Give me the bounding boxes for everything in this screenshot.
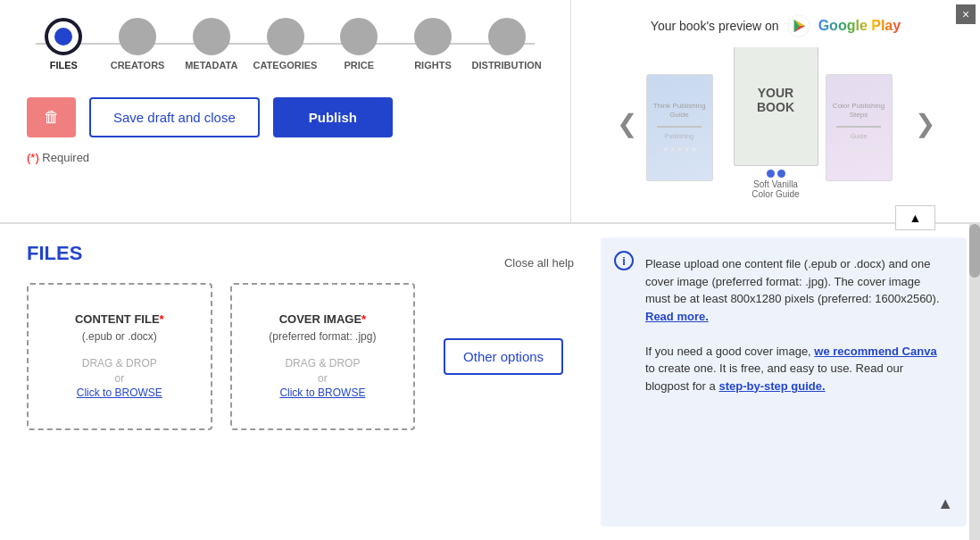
info-text: Please upload one content file (.epub or… [645, 255, 949, 395]
cover-image-drag-drop: DRAG & DROP or Click to BROWSE [279, 356, 365, 401]
info-paragraph2: If you need a good cover image, [645, 345, 811, 358]
step-label-files: FILES [50, 60, 78, 71]
save-draft-button[interactable]: Save draft and close [89, 97, 260, 137]
your-book-line2: BOOK [757, 100, 794, 114]
step-circle-files [45, 18, 82, 55]
step-label-distribution: DISTRIBUTION [472, 60, 542, 71]
step-metadata[interactable]: METADATA [174, 18, 248, 71]
step-price[interactable]: PRICE [322, 18, 396, 71]
close-all-help-link[interactable]: Close all help [504, 256, 574, 270]
left-panel: FILES CREATORS METADATA CATEGORIES PRICE [0, 0, 571, 222]
cover-image-required: * [361, 312, 366, 326]
info-panel: i Please upload one content file (.epub … [601, 237, 967, 527]
other-options-area: Other options [433, 283, 574, 430]
step-label-creators: CREATORS [111, 60, 165, 71]
step-circle-rights [414, 18, 452, 55]
right-scrollbar[interactable] [969, 224, 980, 540]
preview-text: Your book's preview on [651, 19, 779, 33]
close-preview-button[interactable]: × [956, 4, 976, 24]
scroll-up-button[interactable]: ▲ [895, 205, 935, 230]
cover-image-title: COVER IMAGE* [279, 312, 367, 326]
scrollbar-thumb [969, 224, 980, 278]
carousel-book-center: YOUR BOOK Soft Vanilla Color Guide [734, 47, 818, 199]
stepper: FILES CREATORS METADATA CATEGORIES PRICE [27, 18, 544, 71]
step-label-metadata: METADATA [185, 60, 237, 71]
carousel: ❮ Think Publishing Guide Publishing ★★★★… [580, 47, 971, 199]
required-note: (*) Required [27, 151, 544, 164]
files-section-title: FILES [27, 242, 82, 265]
upload-areas: CONTENT FILE* (.epub or .docx) DRAG & DR… [27, 283, 574, 430]
content-file-subtitle: (.epub or .docx) [82, 330, 157, 343]
carousel-book-left: Think Publishing Guide Publishing ★★★★★ [646, 74, 727, 199]
step-creators[interactable]: CREATORS [101, 18, 175, 71]
main-content: FILES Close all help CONTENT FILE* (.epu… [0, 224, 601, 540]
info-paragraph1: Please upload one content file (.epub or… [645, 257, 940, 305]
content-file-drag-drop: DRAG & DROP or Click to BROWSE [77, 356, 162, 401]
content-file-required: * [160, 312, 164, 326]
cover-image-subtitle: (preferred format: .jpg) [269, 330, 376, 343]
carousel-next-button[interactable]: ❯ [910, 104, 940, 143]
cover-image-upload[interactable]: COVER IMAGE* (preferred format: .jpg) DR… [230, 283, 416, 430]
publish-button[interactable]: Publish [273, 97, 393, 137]
required-asterisk: (*) [27, 151, 39, 164]
content-file-browse[interactable]: Click to BROWSE [77, 386, 162, 399]
trash-icon: 🗑 [44, 108, 60, 127]
delete-button[interactable]: 🗑 [27, 97, 76, 137]
step-guide-link[interactable]: step-by-step guide. [718, 379, 825, 393]
step-circle-categories [267, 18, 304, 55]
step-label-categories: CATEGORIES [253, 60, 318, 71]
step-label-price: PRICE [344, 60, 374, 71]
action-buttons: 🗑 Save draft and close Publish [27, 97, 544, 137]
step-circle-metadata [193, 18, 230, 55]
other-options-button[interactable]: Other options [444, 338, 563, 375]
step-circle-distribution [488, 18, 526, 55]
content-file-title: CONTENT FILE* [75, 312, 164, 326]
google-play-preview-panel: × Your book's preview on Google Play ❮ T… [571, 0, 980, 222]
read-more-link[interactable]: Read more. [645, 310, 709, 323]
your-book-line1: YOUR [758, 86, 793, 100]
step-rights[interactable]: RIGHTS [396, 18, 470, 71]
carousel-books: Think Publishing Guide Publishing ★★★★★ … [646, 47, 906, 199]
canva-link[interactable]: we recommend Canva [814, 345, 936, 358]
google-play-text: Google Play [818, 18, 901, 34]
step-circle-creators [119, 18, 156, 55]
preview-header: Your book's preview on Google Play [580, 13, 971, 38]
step-label-rights: RIGHTS [414, 60, 452, 71]
content-file-upload[interactable]: CONTENT FILE* (.epub or .docx) DRAG & DR… [27, 283, 212, 430]
bottom-section: FILES Close all help CONTENT FILE* (.epu… [0, 223, 980, 540]
step-distribution[interactable]: DISTRIBUTION [469, 18, 544, 71]
step-circle-price [340, 18, 378, 55]
info-collapse-button[interactable]: ▲ [937, 494, 953, 513]
google-play-icon [786, 13, 811, 38]
info-icon: i [614, 251, 634, 270]
cover-image-browse[interactable]: Click to BROWSE [279, 386, 365, 399]
carousel-book-right: Color Publishing Steps Guide ★★★★★ [826, 74, 906, 199]
carousel-prev-button[interactable]: ❮ [612, 104, 642, 143]
step-files[interactable]: FILES [27, 18, 101, 71]
step-categories[interactable]: CATEGORIES [248, 18, 322, 71]
required-text: Required [42, 151, 89, 164]
